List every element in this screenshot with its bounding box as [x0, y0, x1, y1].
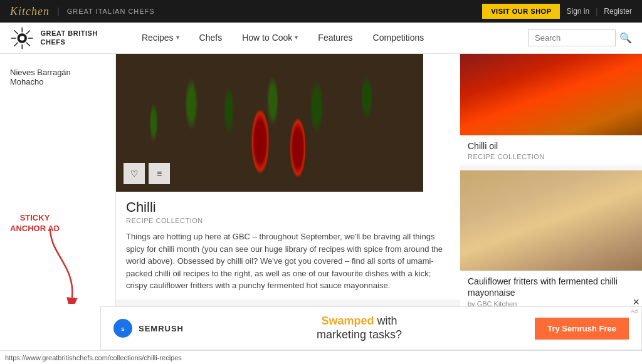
- ad-highlight: Swamped: [322, 315, 374, 327]
- chilli-oil-image: [460, 54, 642, 135]
- sidebar-context-label: [0, 60, 115, 65]
- left-sidebar: Nieves Barragán Mohacho: [0, 54, 116, 364]
- how-to-cook-chevron-icon: ▾: [295, 34, 298, 41]
- nav-item-competitions[interactable]: Competitions: [363, 23, 434, 53]
- nav-links: Recipes ▾ Chefs How to Cook ▾ Features C…: [132, 23, 528, 53]
- semrush-logo-area: S SEMRUSH: [113, 319, 184, 338]
- nav-bar: GREAT BRITISH CHEFS Recipes ▾ Chefs How …: [0, 23, 642, 54]
- ad-badge: Ad: [631, 308, 638, 315]
- article-text: Things are hotting up here at GBC – thro…: [126, 231, 450, 292]
- site-logo-text[interactable]: GREAT BRITISH CHEFS: [41, 29, 122, 46]
- nav-item-how-to-cook[interactable]: How to Cook ▾: [232, 23, 308, 53]
- top-bar: Kitchen | GREAT ITALIAN CHEFS VISIT OUR …: [0, 0, 642, 23]
- hero-actions: ♡ ≡: [124, 163, 170, 184]
- ad-cta-button[interactable]: Try Semrush Free: [535, 318, 629, 340]
- save-to-favourites-button[interactable]: ♡: [124, 163, 145, 184]
- recipe-title-chilli-oil: Chilli oil: [468, 140, 634, 152]
- hero-image: ♡ ≡: [116, 54, 423, 192]
- svg-text:S: S: [121, 326, 125, 332]
- auth-divider: |: [596, 7, 597, 16]
- add-to-list-button[interactable]: ≡: [149, 163, 170, 184]
- search-icon[interactable]: 🔍: [619, 32, 632, 44]
- recipe-card-chilli-oil[interactable]: Chilli oil Recipe Collection: [460, 54, 642, 165]
- top-bar-right: VISIT OUR SHOP Sign in | Register: [482, 4, 632, 19]
- article-body: Chilli Recipe Collection Things are hott…: [116, 192, 460, 299]
- svg-line-7: [26, 30, 30, 34]
- recipe-title-cauliflower: Cauliflower fritters with fermented chil…: [468, 276, 634, 298]
- nav-item-recipes[interactable]: Recipes ▾: [132, 23, 189, 53]
- nav-item-features[interactable]: Features: [308, 23, 362, 53]
- nav-item-chefs[interactable]: Chefs: [189, 23, 233, 53]
- sticky-ad-arrow-icon: [38, 229, 88, 304]
- status-url: https://www.greatbritishchefs.com/collec…: [5, 354, 182, 361]
- close-ad-button[interactable]: ×: [633, 296, 639, 309]
- sign-in-link[interactable]: Sign in: [566, 7, 589, 16]
- kitchen-logo[interactable]: Kitchen: [10, 5, 50, 18]
- svg-line-6: [14, 30, 18, 34]
- svg-line-8: [14, 42, 18, 46]
- search-input[interactable]: [528, 29, 616, 46]
- main-article: ♡ ≡ Chilli Recipe Collection Things are …: [116, 54, 460, 299]
- sidebar-chef-name[interactable]: Nieves Barragán Mohacho: [0, 65, 115, 89]
- semrush-text: SEMRUSH: [139, 324, 184, 333]
- article-tag[interactable]: Recipe Collection: [126, 217, 450, 224]
- register-link[interactable]: Register: [604, 7, 632, 16]
- visit-shop-button[interactable]: VISIT OUR SHOP: [482, 4, 560, 19]
- cauliflower-image: [460, 170, 642, 271]
- ad-banner: Ad S SEMRUSH Swamped withmarketing tasks…: [100, 306, 642, 350]
- sunburst-logo-icon: [10, 26, 34, 51]
- svg-point-1: [19, 36, 24, 41]
- great-italian-label[interactable]: GREAT ITALIAN CHEFS: [67, 8, 155, 15]
- recipes-chevron-icon: ▾: [176, 34, 179, 41]
- recipe-subtitle-chilli-oil: Recipe Collection: [468, 153, 634, 160]
- ad-middle-text: Swamped withmarketing tasks?: [184, 315, 535, 341]
- recipe-card-cauliflower[interactable]: Cauliflower fritters with fermented chil…: [460, 170, 642, 312]
- search-area: 🔍: [528, 29, 632, 46]
- semrush-logo-icon: S: [113, 319, 132, 338]
- top-bar-divider: |: [57, 6, 60, 16]
- heart-icon: ♡: [130, 169, 139, 179]
- article-title: Chilli: [126, 199, 450, 216]
- recipe-info-chilli-oil: Chilli oil Recipe Collection: [460, 135, 642, 165]
- status-bar: https://www.greatbritishchefs.com/collec…: [0, 350, 642, 364]
- logo-area[interactable]: GREAT BRITISH CHEFS: [0, 26, 132, 51]
- svg-line-9: [26, 42, 30, 46]
- top-bar-left: Kitchen | GREAT ITALIAN CHEFS: [10, 5, 155, 18]
- list-icon: ≡: [157, 169, 162, 179]
